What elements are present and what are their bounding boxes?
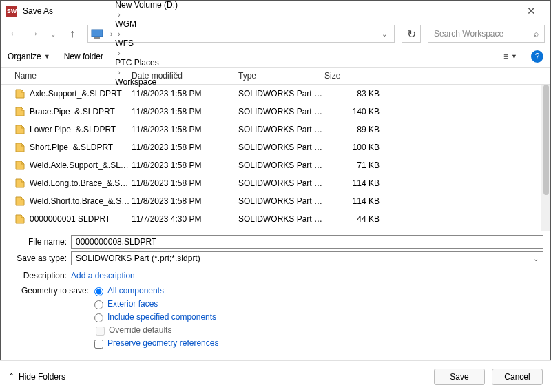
caret-down-icon: ▼ [511,53,517,60]
file-name: Lower Pipe_&.SLDPRT [30,125,132,134]
scrollbar-thumb[interactable] [543,85,549,195]
radio-input[interactable] [94,287,103,296]
file-type: SOLIDWORKS Part Docu [238,214,324,224]
help-icon[interactable]: ? [531,50,543,63]
file-type: SOLIDWORKS Part Docu... [238,89,324,99]
chevron-right-icon[interactable]: › [107,30,115,38]
close-icon[interactable]: ✕ [517,5,545,17]
checkbox-label: Preserve geometry references [107,338,218,348]
checkbox-preserve-geometry[interactable]: Preserve geometry references [94,338,218,349]
geometry-label: Geometry to save: [8,286,89,349]
search-placeholder: Search Workspace [434,29,503,39]
file-type: SOLIDWORKS Part Docu... [238,178,324,188]
footer: ⌃ Hide Folders Save Cancel [0,360,551,392]
saveas-type-label: Save as type: [8,254,71,263]
file-date: 11/8/2023 1:58 PM [132,178,238,188]
file-row[interactable]: Weld.Short.to.Brace_&.SLDPRT11/8/2023 1:… [1,192,550,210]
file-date: 11/8/2023 1:58 PM [132,89,238,99]
saveas-type-value: SOLIDWORKS Part (*.prt;*.sldprt) [76,254,200,263]
file-row[interactable]: Short.Pipe_&.SLDPRT11/8/2023 1:58 PMSOLI… [1,138,550,156]
window-title: Save As [23,6,517,16]
file-size: 114 KB [324,196,380,206]
svg-rect-1 [94,37,100,39]
back-icon[interactable]: ← [6,25,23,42]
file-type: SOLIDWORKS Part Docu... [238,125,324,134]
app-icon: SW [6,6,17,17]
file-name: Weld.Axle.Support_&.SLDPRT [30,161,132,170]
view-mode-button[interactable]: ≡ ▼ [503,52,517,61]
file-row[interactable]: Weld.Axle.Support_&.SLDPRT11/8/2023 1:58… [1,156,550,174]
file-icon [14,106,25,117]
pc-icon [91,28,103,40]
radio-exterior-faces[interactable]: Exterior faces [94,299,218,309]
file-size: 100 KB [324,143,380,152]
file-date: 11/8/2023 1:58 PM [132,107,238,116]
hide-folders-button[interactable]: ⌃ Hide Folders [8,372,65,382]
file-size: 83 KB [324,89,380,99]
scrollbar[interactable] [541,85,550,231]
chevron-right-icon[interactable]: › [115,11,123,19]
file-size: 140 KB [324,107,380,116]
breadcrumb-segment[interactable]: WGM [115,19,178,29]
file-icon [14,142,25,153]
checkbox-input[interactable] [94,340,103,349]
checkbox-override-defaults[interactable]: Override defaults [96,325,218,336]
refresh-icon[interactable]: ↻ [402,25,421,43]
chevron-down-icon: ⌄ [533,255,539,262]
header-date[interactable]: Date modified ⌄ [132,71,238,81]
radio-label: All components [107,286,164,296]
organize-label: Organize [8,52,41,61]
header-name[interactable]: Name [14,71,132,81]
checkbox-label: Override defaults [109,325,171,335]
file-type: SOLIDWORKS Part Docu... [238,143,324,152]
header-type[interactable]: Type [238,71,324,81]
file-name: 0000000001 SLDPRT [30,214,132,224]
radio-all-components[interactable]: All components [94,286,218,296]
file-date: 11/8/2023 1:58 PM [132,143,238,152]
file-date: 11/8/2023 1:58 PM [132,196,238,206]
file-date: 11/8/2023 1:58 PM [132,161,238,170]
chevron-right-icon[interactable]: › [115,50,123,57]
history-dropdown-icon[interactable]: ⌄ [45,25,61,42]
chevron-right-icon[interactable]: › [115,30,123,38]
title-bar: SW Save As ✕ [1,1,550,21]
filename-input[interactable] [71,235,543,249]
saveas-type-select[interactable]: SOLIDWORKS Part (*.prt;*.sldprt) ⌄ [71,251,543,265]
file-row[interactable]: Axle.Support_&.SLDPRT11/8/2023 1:58 PMSO… [1,85,550,103]
radio-input[interactable] [94,313,103,322]
filename-label: File name: [8,237,71,247]
save-form: File name: Save as type: SOLIDWORKS Part… [1,231,550,351]
radio-input[interactable] [94,300,103,309]
breadcrumb-segment[interactable]: PTC Places [115,58,178,68]
file-list: Axle.Support_&.SLDPRT11/8/2023 1:58 PMSO… [1,85,550,231]
new-folder-button[interactable]: New folder [64,52,103,61]
cancel-button[interactable]: Cancel [492,369,543,385]
breadcrumb[interactable]: › This PC›New Volume (D:)›WGM›WFS›PTC Pl… [87,25,395,43]
hide-folders-label: Hide Folders [19,372,65,382]
save-button[interactable]: Save [434,369,485,385]
file-name: Axle.Support_&.SLDPRT [30,89,132,99]
file-icon [14,160,25,171]
chevron-down-icon[interactable]: ⌄ [377,30,391,38]
file-row[interactable]: Weld.Long.to.Brace_&.SLDPRT11/8/2023 1:5… [1,174,550,192]
file-icon [14,196,25,207]
breadcrumb-segment[interactable]: New Volume (D:) [115,0,178,10]
file-icon [14,178,25,189]
organize-button[interactable]: Organize ▼ [8,52,50,61]
file-name: Weld.Short.to.Brace_&.SLDPRT [30,196,132,206]
file-row[interactable]: Lower Pipe_&.SLDPRT11/8/2023 1:58 PMSOLI… [1,121,550,138]
file-row[interactable]: 0000000001 SLDPRT11/7/2023 4:30 PMSOLIDW… [1,210,550,228]
file-row[interactable]: Brace.Pipe_&.SLDPRT11/8/2023 1:58 PMSOLI… [1,103,550,121]
add-description-link[interactable]: Add a description [71,271,135,280]
file-type: SOLIDWORKS Part Docu... [238,161,324,170]
search-input[interactable]: Search Workspace ⌕ [428,25,545,43]
file-icon [14,214,25,225]
file-size: 44 KB [324,214,380,224]
radio-label: Include specified components [107,312,216,322]
breadcrumb-segment[interactable]: WFS [115,39,178,48]
header-size[interactable]: Size [324,71,386,81]
chevron-up-icon: ⌃ [8,372,14,381]
radio-include-specified[interactable]: Include specified components [94,312,218,322]
up-icon[interactable]: ↑ [64,25,81,42]
toolbar: Organize ▼ New folder ≡ ▼ ? [1,46,550,67]
